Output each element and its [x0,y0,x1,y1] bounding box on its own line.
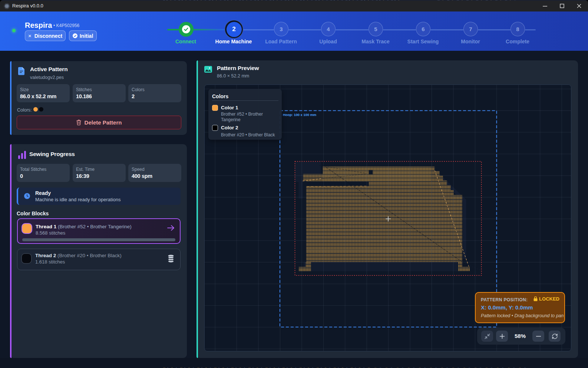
svg-text:Hoop: 100 x 100 mm: Hoop: 100 x 100 mm [283,113,316,117]
